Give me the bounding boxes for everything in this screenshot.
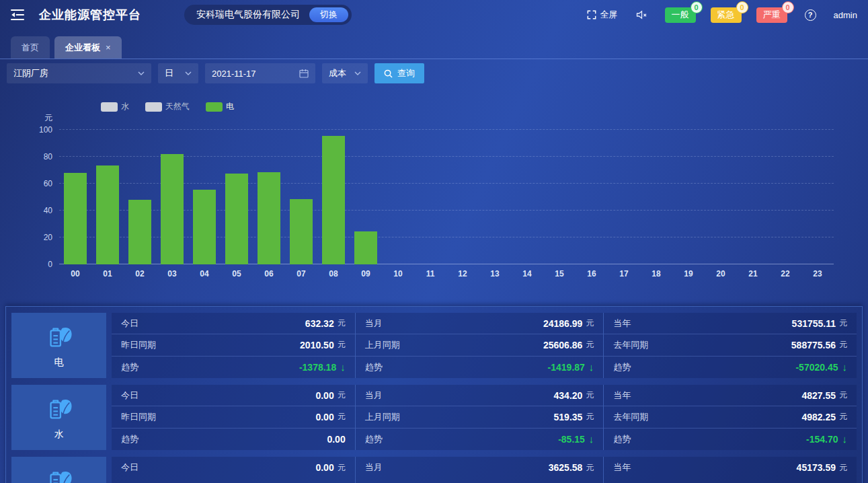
cell-label: 趋势 [613,361,631,373]
fullscreen-button[interactable]: 全屏 [587,9,618,21]
filter-bar: 江阴厂房 日 2021-11-17 成本 查询 [0,59,868,87]
bar-电-03 [161,154,184,264]
cell-value: 2010.50元 [300,339,346,350]
x-tick-label: 15 [543,269,576,278]
energy-type-card-electric: 电 [11,313,106,378]
x-tick-label: 06 [253,269,285,278]
y-tick-label: 60 [44,179,52,188]
alarm-button-severe[interactable]: 严重 0 [756,7,787,23]
energy-col: 当月24186.99元上月同期25606.86元趋势-1419.87↓ [355,313,604,378]
energy-col: 当月3625.58元 [355,457,604,483]
legend-item-电[interactable]: 电 [206,101,234,112]
energy-col: 今日0.00元 [112,457,355,483]
unit-label: 元 [338,339,346,350]
chart-band [317,130,350,264]
alarm-label: 紧急 [717,9,735,20]
x-tick-label: 02 [124,269,156,278]
tab-enterprise-board[interactable]: 企业看板 × [54,36,122,59]
energy-col: 当年4827.55元去年同期4982.25元趋势-154.70↓ [603,385,857,450]
calendar-icon [299,69,309,78]
x-tick-label: 21 [737,269,769,278]
cell-label: 当月 [365,318,383,330]
chart-band [285,130,317,264]
x-tick-label: 18 [640,269,672,278]
chart-band [382,130,414,264]
chart-band [124,130,156,264]
unit-label: 元 [586,411,594,422]
alarm-button-normal[interactable]: 一般 0 [665,7,696,23]
energy-cell-去年同期: 去年同期4982.25元 [604,406,857,428]
energy-grid: 今日0.00元当月3625.58元当年45173.59元 [112,457,857,483]
energy-cell-当年: 当年531755.11元 [604,313,857,334]
x-tick-label: 07 [285,269,317,278]
unit-label: 元 [586,318,594,329]
battery-leaf-icon [44,322,75,353]
y-tick-label: 0 [48,260,52,269]
unit-label: 元 [839,318,847,329]
legend-swatch [206,102,223,112]
bar-电-06 [258,172,280,264]
x-tick-label: 11 [414,269,446,278]
cell-value: 25606.86元 [543,339,594,350]
cell-label: 趋势 [365,433,383,445]
help-icon[interactable]: ? [805,9,816,21]
cell-label: 今日 [121,461,139,474]
cell-value: 24186.99元 [543,318,594,329]
y-tick-label: 20 [44,233,52,242]
chart-band [221,130,253,264]
period-select-value: 日 [165,67,173,79]
chart-band [705,130,737,264]
chart-band [253,130,285,264]
cell-value: 531755.11元 [792,318,847,329]
chart-band [543,130,576,264]
chart-band [608,130,640,264]
alarm-button-urgent[interactable]: 紧急 0 [711,7,742,23]
unit-label: 元 [338,318,346,329]
chart-band [576,130,608,264]
cell-value: 4827.55元 [801,389,847,401]
sidebar-collapse-icon[interactable] [11,9,24,21]
x-tick-label: 12 [446,269,479,278]
switch-company-button[interactable]: 切换 [309,7,348,22]
energy-col: 当年531755.11元去年同期588775.56元趋势-57020.45↓ [603,313,857,378]
unit-label: 元 [586,462,594,474]
x-tick-label: 22 [769,269,801,278]
energy-col: 今日632.32元昨日同期2010.50元趋势-1378.18↓ [112,313,355,378]
bar-电-08 [322,136,345,264]
chart-band [350,130,382,264]
bar-电-04 [193,190,216,264]
tab-bar: 首页 企业看板 × [0,30,868,59]
alarm-count-badge: 0 [691,1,703,13]
x-tick-label: 05 [221,269,253,278]
energy-cell-今日: 今日632.32元 [112,313,355,334]
user-name[interactable]: admin [834,10,857,20]
legend-label: 电 [226,101,234,112]
chart-band [769,130,801,264]
legend-item-水[interactable]: 水 [101,101,129,112]
chart-plot: 元 020406080100 [59,130,834,264]
energy-cell-趋势: 趋势-1419.87↓ [356,357,604,378]
x-tick-label: 10 [382,269,414,278]
energy-type-card-gas: 天然气 [11,457,106,483]
tab-home[interactable]: 首页 [11,36,50,59]
energy-col: 今日0.00元昨日同期0.00元趋势0.00 [112,385,355,450]
cell-label: 当月 [365,389,383,402]
y-tick-label: 80 [44,152,52,161]
energy-cell-今日: 今日0.00元 [112,385,355,406]
date-input[interactable]: 2021-11-17 [205,63,315,83]
energy-cell-上月同期: 上月同期519.35元 [356,406,604,428]
cell-value: 4982.25元 [801,411,847,422]
legend-item-天然气[interactable]: 天然气 [145,101,190,112]
cell-label: 去年同期 [613,339,648,351]
period-select[interactable]: 日 [158,63,198,83]
metric-select[interactable]: 成本 [322,63,368,83]
site-select[interactable]: 江阴厂房 [7,63,151,83]
tab-close-icon[interactable]: × [106,42,111,52]
cell-value: -154.70↓ [806,433,847,445]
fullscreen-icon [587,10,596,20]
cell-label: 趋势 [613,433,631,445]
mute-icon[interactable] [635,9,647,20]
query-button[interactable]: 查询 [374,63,424,83]
bar-电-09 [354,231,377,264]
chart-bars [59,130,834,264]
